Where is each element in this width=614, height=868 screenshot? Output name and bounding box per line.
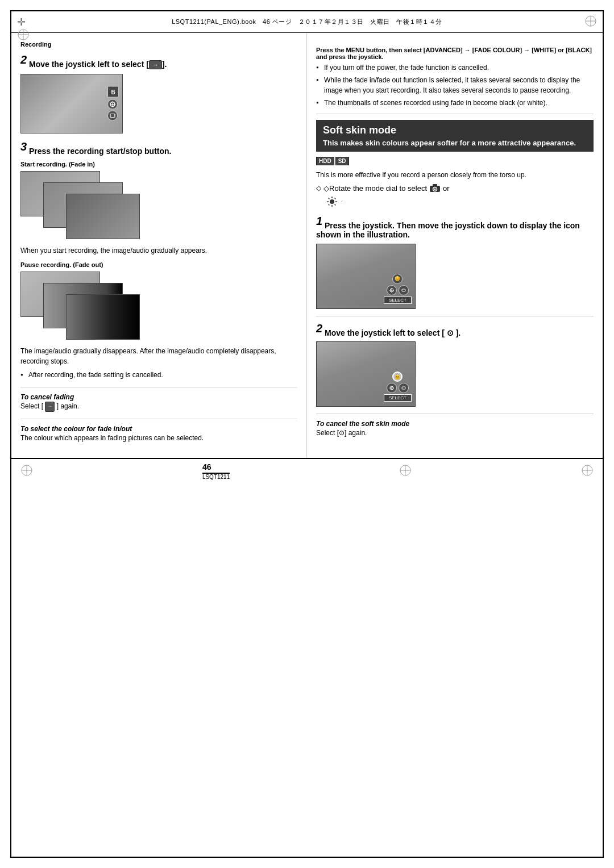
svg-line-20 bbox=[335, 205, 336, 206]
hdd-badge: HDD bbox=[316, 157, 334, 165]
top-bar: LSQT1211(PAL_ENG).book 46 ページ ２０１７年２月１３日… bbox=[11, 11, 603, 33]
soft-skin-subtitle: This makes skin colours appear softer fo… bbox=[323, 139, 587, 147]
cancel-soft-block: To cancel the soft skin mode Select [⊙] … bbox=[316, 420, 594, 438]
cancel-soft-text: Select [⊙] again. bbox=[316, 428, 594, 438]
svg-rect-30 bbox=[402, 387, 405, 389]
select-bar2: SELECT bbox=[384, 394, 412, 402]
colour-fade-block: To select the colour for fade in/out The… bbox=[20, 425, 297, 443]
step2-heading: 2 Move the joystick left to select [→]. bbox=[20, 53, 297, 69]
svg-line-21 bbox=[335, 198, 336, 199]
cam-icon1 bbox=[107, 99, 118, 110]
soft-step1-number: 1 bbox=[316, 215, 322, 227]
step2-text: Move the joystick left to select bbox=[29, 60, 144, 69]
icon-b: B bbox=[107, 86, 119, 98]
fade-start-collage bbox=[20, 171, 143, 242]
camera-icon-inline bbox=[429, 183, 441, 193]
cancel-text-1: Select [ bbox=[20, 402, 43, 410]
bottom-code: LSQT1211 bbox=[202, 474, 230, 480]
hdd-sd-badges: HDD SD bbox=[316, 157, 349, 165]
skin-icons-bottom1: 😊 bbox=[392, 274, 403, 284]
soft-skin-screen1: 😊 SELECT bbox=[316, 244, 416, 309]
divider-right-2 bbox=[316, 316, 594, 316]
step3-heading: 3 Press the recording start/stop button. bbox=[20, 140, 297, 156]
soft-step1-text: Press the joystick. Then move the joysti… bbox=[316, 221, 580, 239]
fade-in-note: When you start recording, the image/audi… bbox=[20, 245, 297, 256]
skin-icon-circle3 bbox=[387, 383, 397, 393]
bottom-right-reg bbox=[581, 464, 594, 478]
colour-fade-text: The colour which appears in fading pictu… bbox=[20, 433, 297, 443]
fade-img-3 bbox=[66, 194, 140, 239]
step3-text: Press the recording start/stop button. bbox=[29, 146, 171, 155]
after-recording-note: After recording, the fade setting is can… bbox=[20, 370, 297, 380]
sun-icon-row: . bbox=[326, 196, 594, 209]
start-recording-label: Start recording. (Fade in) bbox=[20, 161, 297, 168]
skin-icons-row-bottom2 bbox=[387, 383, 409, 393]
bullet-1: If you turn off the power, the fade func… bbox=[316, 62, 594, 73]
step2-camera-overlay: B bbox=[107, 86, 119, 121]
soft-step1-heading: 1 Press the joystick. Then move the joys… bbox=[316, 215, 594, 239]
sd-badge: SD bbox=[335, 157, 349, 165]
divider-2 bbox=[20, 419, 297, 419]
left-column: Recording 2 Move the joystick left to se… bbox=[11, 33, 307, 458]
step2-number: 2 bbox=[20, 53, 27, 66]
skin-icon-smiley: 😊 bbox=[392, 274, 403, 284]
soft-step1-block: 1 Press the joystick. Then move the joys… bbox=[316, 215, 594, 309]
cancel-fading-title: To cancel fading bbox=[20, 393, 297, 401]
skin-smiley-row: 😊 bbox=[392, 372, 403, 382]
svg-line-22 bbox=[329, 205, 330, 206]
svg-rect-11 bbox=[433, 184, 437, 187]
fade-out-note: The image/audio gradually disappears. Af… bbox=[20, 346, 297, 366]
cancel-icon: → bbox=[45, 402, 55, 412]
step2-camera-image: B bbox=[20, 74, 123, 133]
divider-1 bbox=[20, 387, 297, 387]
bottom-left-reg bbox=[20, 464, 33, 478]
cancel-text-2: ] again. bbox=[57, 402, 79, 410]
content-area: Recording 2 Move the joystick left to se… bbox=[11, 33, 603, 458]
bullet-list: If you turn off the power, the fade func… bbox=[316, 62, 594, 108]
soft-skin-screen2: 😊 SELECT bbox=[316, 341, 416, 407]
skin-icons-row2: 😊 SELECT bbox=[384, 372, 412, 402]
press-menu-label: Press the MENU button, then select [ADVA… bbox=[316, 47, 594, 60]
svg-line-19 bbox=[329, 198, 330, 199]
svg-rect-9 bbox=[110, 114, 115, 118]
cancel-fading-text: Select [ → ] again. bbox=[20, 401, 297, 412]
step2-block: 2 Move the joystick left to select [→]. … bbox=[20, 53, 297, 133]
top-meta: LSQT1211(PAL_ENG).book 46 ページ ２０１７年２月１３日… bbox=[172, 18, 442, 26]
soft-step2-text: Move the joystick left to select [ ⊙ ]. bbox=[325, 328, 460, 337]
right-column: Press the MENU button, then select [ADVA… bbox=[307, 33, 603, 458]
step3-number: 3 bbox=[20, 140, 27, 153]
step3-block: 3 Press the recording start/stop button.… bbox=[20, 140, 297, 381]
pause-recording-label: Pause recording. (Fade out) bbox=[20, 261, 297, 268]
svg-rect-26 bbox=[402, 289, 405, 291]
page-number: 46 bbox=[202, 462, 230, 474]
rotate-or: or bbox=[443, 184, 450, 193]
skin-icon-circle4 bbox=[399, 383, 409, 393]
bottom-center-reg bbox=[399, 464, 412, 478]
rotate-line: ◇ ◇Rotate the mode dial to select or bbox=[316, 183, 594, 193]
reg-mark-left bbox=[17, 16, 30, 28]
rotate-text: ◇Rotate the mode dial to select bbox=[323, 184, 427, 193]
soft-step2-block: 2 Move the joystick left to select [ ⊙ ]… bbox=[316, 322, 594, 407]
page-border: LSQT1211(PAL_ENG).book 46 ページ ２０１７年２月１３日… bbox=[10, 10, 604, 858]
page-number-block: 46 LSQT1211 bbox=[202, 462, 230, 480]
colour-fade-title: To select the colour for fade in/out bbox=[20, 425, 297, 433]
divider-right-1 bbox=[316, 114, 594, 114]
skin-icons-row-bottom bbox=[387, 285, 409, 295]
skin-icon-smiley-selected: 😊 bbox=[392, 372, 403, 382]
step2-icon: [→]. bbox=[146, 60, 167, 69]
skin-icon-circle1 bbox=[387, 285, 397, 295]
select-bar1: SELECT bbox=[384, 297, 412, 304]
soft-skin-title: Soft skin mode bbox=[323, 124, 587, 136]
svg-point-13 bbox=[434, 189, 436, 190]
soft-step2-heading: 2 Move the joystick left to select [ ⊙ ]… bbox=[316, 322, 594, 337]
soft-skin-intro: This is more effective if you record a p… bbox=[316, 170, 594, 180]
svg-point-14 bbox=[330, 199, 334, 204]
skin-icons-row1: 😊 SELECT bbox=[384, 274, 412, 304]
bottom-bar: 46 LSQT1211 bbox=[11, 458, 603, 483]
fade-out-collage bbox=[20, 272, 143, 343]
soft-skin-header: Soft skin mode This makes skin colours a… bbox=[316, 120, 594, 152]
recording-label: Recording bbox=[20, 41, 297, 48]
bullet-2: While the fade in/fade out function is s… bbox=[316, 75, 594, 95]
skin-icon-circle2 bbox=[399, 285, 409, 295]
fade-out-img-3 bbox=[66, 294, 140, 340]
